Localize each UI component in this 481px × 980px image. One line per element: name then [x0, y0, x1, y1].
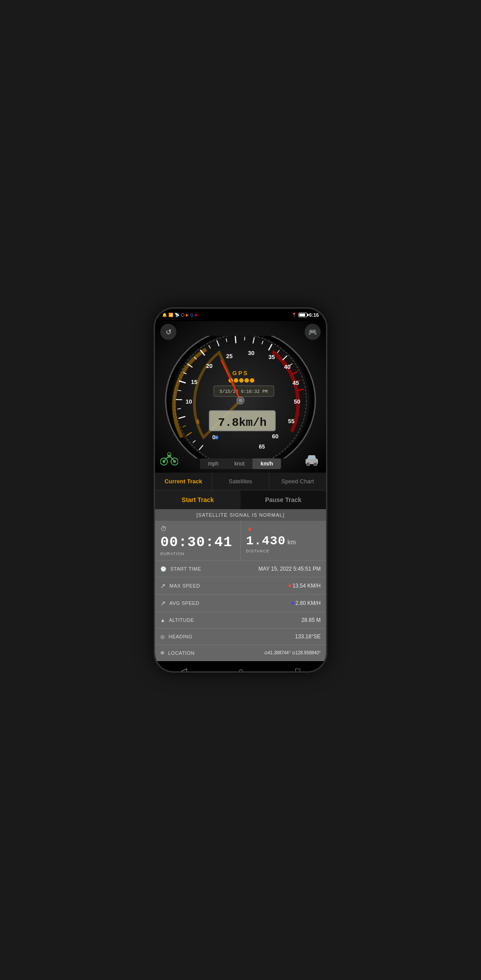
- svg-text:35: 35: [269, 354, 275, 360]
- svg-point-65: [306, 462, 310, 466]
- recent-button[interactable]: □: [295, 666, 300, 673]
- svg-text:7.8km/h: 7.8km/h: [218, 416, 266, 429]
- svg-text:5: 5: [196, 419, 200, 425]
- globe-icon: [181, 313, 184, 317]
- svg-text:50: 50: [294, 398, 300, 405]
- unit-mph[interactable]: mph: [200, 458, 226, 469]
- altitude-value: 28.85 M: [302, 617, 321, 623]
- app-icon2: ■: [195, 313, 197, 317]
- start-time-label: START TIME: [171, 566, 201, 572]
- max-speed-left: ↗ MAX SPEED: [160, 582, 200, 589]
- stat-heading: ◎ HEADING 133.18°SE: [155, 629, 326, 645]
- svg-point-48: [234, 378, 238, 383]
- stat-start-time: 🕐 START TIME MAY 15, 2022 5:45:51 PM: [155, 561, 326, 577]
- wifi-icon: 📶: [168, 313, 173, 317]
- unit-selector: mph knot km/h: [200, 458, 281, 469]
- stat-avg-speed: ↗ AVG SPEED 2.80 KM/H: [155, 595, 326, 612]
- distance-header: 🔺: [246, 525, 321, 532]
- avg-speed-left: ↗ AVG SPEED: [160, 600, 200, 607]
- time-display: 6:16: [309, 312, 319, 318]
- battery-icon: [298, 313, 307, 317]
- clock-icon: 🕐: [160, 566, 167, 572]
- svg-text:30: 30: [248, 350, 254, 356]
- distance-label: DISTANCE: [246, 549, 321, 553]
- bike-icon: [160, 452, 178, 468]
- refresh-button[interactable]: ↺: [160, 324, 176, 340]
- phone-shell: 🔔 📶 📡 ▶ Q ■ 📍 6:16 ↺ 🎮: [154, 307, 327, 673]
- unit-kmh[interactable]: km/h: [253, 458, 281, 469]
- heading-left: ◎ HEADING: [160, 634, 192, 640]
- altitude-label: ALTITUDE: [169, 617, 194, 623]
- avg-speed-label: AVG SPEED: [170, 600, 200, 606]
- stat-location: ⊕ LOCATION ⊙41.388744° ⊙128.958840°: [155, 645, 326, 661]
- app-icon1: Q: [190, 313, 193, 317]
- nav-bar: ◁ ○ □: [155, 661, 326, 673]
- unit-knot[interactable]: knot: [226, 458, 253, 469]
- svg-line-9: [177, 408, 181, 409]
- svg-text:15: 15: [191, 379, 197, 385]
- battery-fill: [299, 314, 305, 316]
- stat-max-speed: ↗ MAX SPEED 13.54 KM/H: [155, 577, 326, 595]
- svg-text:10: 10: [186, 398, 192, 405]
- duration-value: 00:30:41: [160, 534, 235, 551]
- location-icon: 📍: [292, 313, 297, 317]
- pause-track-button[interactable]: Pause Track: [240, 490, 326, 509]
- svg-point-50: [245, 378, 249, 383]
- svg-text:40: 40: [284, 363, 290, 370]
- svg-point-51: [250, 378, 254, 383]
- tab-current-track[interactable]: Current Track: [155, 473, 212, 490]
- avg-speed-value: 2.80 KM/H: [291, 600, 321, 606]
- duration-header: ⏱: [160, 525, 235, 532]
- heading-icon: ◎: [160, 634, 165, 640]
- media-icon: ▶: [186, 313, 189, 317]
- start-time-left: 🕐 START TIME: [160, 566, 201, 572]
- distance-unit: km: [288, 539, 296, 546]
- satellite-status: [SATELLITE SIGNAL IS NORMAL]: [155, 509, 326, 521]
- speedometer-section: ↺ 🎮: [155, 321, 326, 473]
- stat-altitude: ▲ ALTITUDE 28.85 M: [155, 612, 326, 629]
- back-button[interactable]: ◁: [181, 666, 187, 673]
- start-track-button[interactable]: Start Track: [155, 490, 240, 509]
- distance-icon: 🔺: [246, 525, 254, 532]
- home-button[interactable]: ○: [239, 666, 244, 673]
- svg-text:55: 55: [288, 418, 294, 425]
- max-speed-dot: [289, 584, 291, 587]
- top-controls: ↺ 🎮: [155, 324, 326, 340]
- altitude-icon: ▲: [160, 617, 165, 623]
- svg-point-49: [239, 378, 244, 383]
- stats-top: ⏱ 00:30:41 DURATION 🔺 1.430 km DISTANCE: [155, 521, 326, 561]
- svg-text:65: 65: [259, 444, 265, 450]
- status-bar: 🔔 📶 📡 ▶ Q ■ 📍 6:16: [155, 309, 326, 321]
- settings-button[interactable]: 🎮: [305, 324, 321, 340]
- location-label: LOCATION: [168, 650, 195, 656]
- start-time-value: MAY 15, 2022 5:45:51 PM: [258, 566, 321, 572]
- location-left: ⊕ LOCATION: [160, 650, 195, 656]
- svg-text:25: 25: [226, 353, 232, 359]
- max-speed-value: 13.54 KM/H: [289, 583, 321, 589]
- svg-rect-67: [309, 456, 314, 458]
- stopwatch-icon: ⏱: [160, 525, 167, 532]
- stats-section: ⏱ 00:30:41 DURATION 🔺 1.430 km DISTANCE …: [155, 521, 326, 661]
- tab-speed-chart[interactable]: Speed Chart: [269, 473, 326, 490]
- signal-icon: 📡: [175, 313, 179, 317]
- distance-value: 1.430: [246, 534, 286, 548]
- svg-point-66: [314, 462, 317, 466]
- location-icon: ⊕: [160, 650, 165, 656]
- heading-label: HEADING: [169, 634, 193, 639]
- svg-text:20: 20: [206, 363, 212, 369]
- track-buttons: Start Track Pause Track: [155, 490, 326, 509]
- speedometer-gauge: 0 5 10 15 20 25 30 35 40 45 50 55 60 65 …: [160, 336, 321, 458]
- max-speed-icon: ↗: [160, 582, 166, 589]
- avg-speed-dot: [291, 602, 294, 604]
- status-right: 📍 6:16: [292, 312, 319, 318]
- avg-speed-icon: ↗: [160, 600, 166, 607]
- svg-point-58: [239, 399, 242, 402]
- location-value: ⊙41.388744° ⊙128.958840°: [264, 650, 321, 655]
- gauge-area: 0 5 10 15 20 25 30 35 40 45 50 55 60 65 …: [155, 321, 326, 473]
- notification-icon: 🔔: [162, 313, 167, 317]
- status-left: 🔔 📶 📡 ▶ Q ■: [162, 313, 197, 317]
- duration-label: DURATION: [160, 551, 235, 556]
- tab-satellites[interactable]: Satellites: [212, 473, 269, 490]
- svg-point-45: [215, 436, 218, 439]
- max-speed-label: MAX SPEED: [170, 583, 200, 588]
